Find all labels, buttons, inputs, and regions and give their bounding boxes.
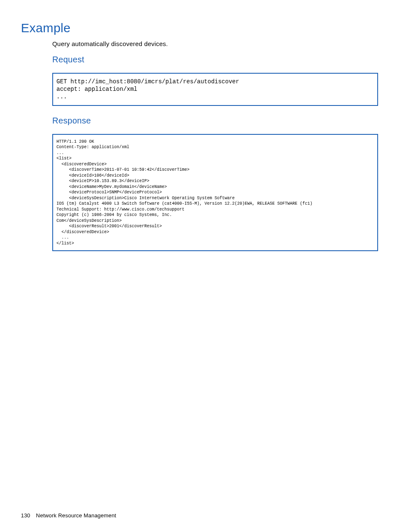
page-number: 130 — [21, 512, 30, 519]
section-intro: Query automatically discovered devices. — [52, 40, 378, 47]
request-code-block: GET http://imc_host:8080/imcrs/plat/res/… — [52, 73, 378, 106]
chapter-name: Network Resource Management — [36, 512, 116, 519]
page-footer: 130 Network Resource Management — [21, 512, 116, 519]
response-code-block: HTTP/1.1 200 OK Content-Type: applicatio… — [52, 134, 378, 252]
request-heading: Request — [52, 55, 378, 64]
response-heading: Response — [52, 116, 378, 126]
section-heading: Example — [21, 21, 378, 35]
